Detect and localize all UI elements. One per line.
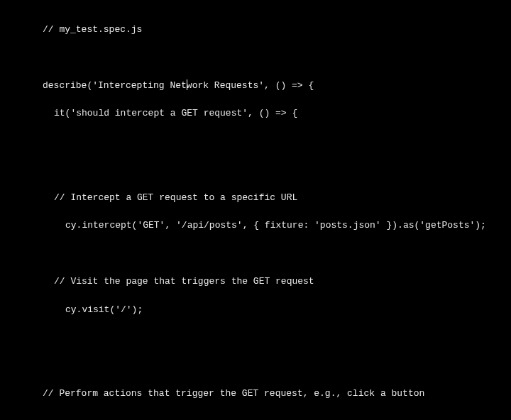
code-line: // Perform actions that trigger the GET … <box>0 387 511 401</box>
code-line <box>0 359 511 373</box>
comment-text: // Intercept a GET request to a specific… <box>54 192 297 203</box>
comment-text: // Visit the page that triggers the GET … <box>54 276 314 287</box>
code-line: describe('Intercepting Network Requests'… <box>0 79 511 93</box>
code-line <box>0 247 511 261</box>
code-line <box>0 135 511 149</box>
code-text: work Requests', () => { <box>187 80 314 91</box>
code-line: cy.intercept('GET', '/api/posts', { fixt… <box>0 219 511 233</box>
code-text: it('should intercept a GET request', () … <box>54 108 297 118</box>
code-line <box>0 162 511 177</box>
code-text: cy.intercept('GET', '/api/posts', { fixt… <box>65 220 486 231</box>
code-line: cy.visit('/'); <box>0 303 511 317</box>
code-line: // Intercept a GET request to a specific… <box>0 191 511 205</box>
comment-text: // my_test.spec.js <box>43 24 142 35</box>
code-text: cy.visit('/'); <box>65 304 143 315</box>
code-line <box>0 415 511 421</box>
code-editor[interactable]: // my_test.spec.js describe('Interceptin… <box>0 9 511 420</box>
code-line <box>0 331 511 345</box>
code-text: describe('Intercepting Net <box>43 80 187 91</box>
comment-text: // Perform actions that trigger the GET … <box>43 388 424 399</box>
code-line: // my_test.spec.js <box>0 23 511 37</box>
code-line: it('should intercept a GET request', () … <box>0 106 511 121</box>
code-line <box>0 50 511 65</box>
code-line: // Visit the page that triggers the GET … <box>0 275 511 289</box>
